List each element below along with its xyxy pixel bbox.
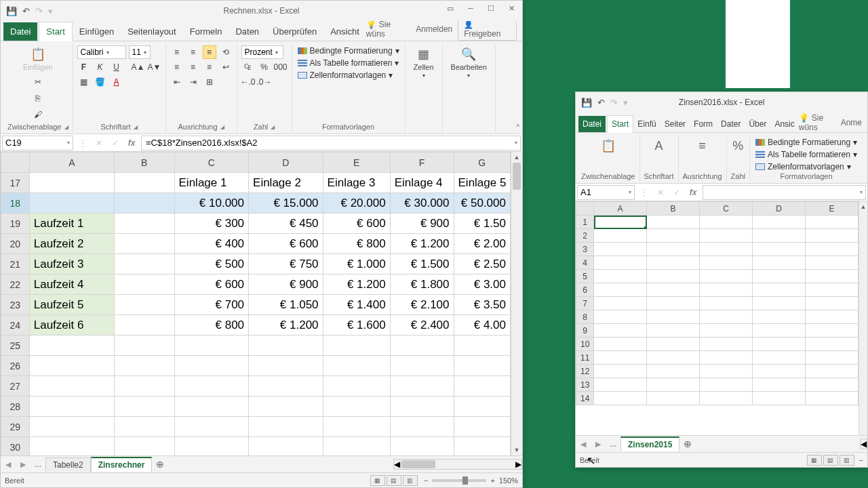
sheet-nav-prev-icon[interactable]: ◀ [576, 440, 591, 449]
col-header[interactable]: C [700, 202, 753, 216]
horizontal-scrollbar[interactable]: ◀ [860, 439, 867, 449]
row-header[interactable]: 22 [1, 274, 30, 295]
qat-more-icon[interactable]: ▾ [48, 6, 53, 16]
orientation-icon[interactable]: ⟲ [219, 45, 233, 59]
tab-file[interactable]: Datei [578, 116, 606, 132]
align-left-icon[interactable]: ≡ [170, 60, 184, 74]
cut-icon[interactable]: ✂ [31, 75, 45, 89]
col-header[interactable]: G [454, 152, 510, 173]
sheet-tab-zinsrechner[interactable]: Zinsrechner [91, 457, 153, 472]
cells-group[interactable]: ▦ Zellen▾ [410, 45, 438, 80]
row-header[interactable]: 18 [1, 193, 30, 214]
row-header[interactable]: 27 [1, 376, 30, 396]
sheet-overflow-icon[interactable]: ... [31, 460, 45, 469]
view-break-icon[interactable]: ▥ [403, 475, 418, 486]
spreadsheet-grid[interactable]: ABCDE1234567891011121314 [576, 201, 859, 405]
align-middle-icon[interactable]: ≡ [186, 45, 200, 59]
ribbon-display-icon[interactable]: ▭ [441, 1, 460, 16]
font-name-combo[interactable]: Calibri [77, 45, 126, 59]
collapse-ribbon-icon[interactable]: ^ [516, 123, 519, 131]
wrap-text-icon[interactable]: ↩ [219, 60, 233, 74]
font-color-icon[interactable]: A [110, 75, 123, 89]
bold-icon[interactable]: F [77, 60, 91, 74]
align-right-icon[interactable]: ≡ [203, 60, 216, 74]
row-header[interactable]: 17 [1, 173, 30, 193]
col-header[interactable]: A [29, 152, 114, 173]
comma-icon[interactable]: 000 [274, 60, 288, 74]
view-normal-icon[interactable]: ▦ [807, 455, 822, 466]
view-break-icon[interactable]: ▥ [840, 455, 854, 466]
number-format-combo[interactable]: Prozent [241, 45, 283, 59]
spreadsheet-grid[interactable]: ABCDEFG17Einlage 1Einlage 2Einlage 3Einl… [1, 152, 511, 455]
cell-styles[interactable]: Zellenformatvorlagen ▾ [754, 161, 859, 172]
row-header[interactable]: 24 [1, 315, 30, 336]
decrease-indent-icon[interactable]: ⇤ [170, 75, 184, 89]
fx-icon[interactable]: fx [123, 138, 140, 148]
row-header[interactable]: 2 [576, 229, 594, 243]
align-group-icon[interactable]: ≡ [698, 137, 706, 155]
save-icon[interactable]: 💾 [6, 6, 17, 16]
conditional-formatting[interactable]: Bedingte Formatierung ▾ [754, 137, 859, 148]
tab-insert[interactable]: Einfügen [73, 22, 121, 41]
row-header[interactable]: 1 [576, 216, 594, 229]
view-page-icon[interactable]: ▤ [823, 455, 838, 466]
align-bottom-icon[interactable]: ≡ [203, 45, 216, 59]
sheet-nav-next-icon[interactable]: ▶ [16, 460, 31, 469]
sheet-tab-tabelle2[interactable]: Tabelle2 [45, 458, 91, 472]
editing-group[interactable]: 🔍 Bearbeiten▾ [447, 45, 491, 80]
row-header[interactable]: 8 [576, 310, 594, 324]
sheet-nav-prev-icon[interactable]: ◀ [1, 460, 16, 469]
formula-input[interactable] [703, 185, 866, 200]
decrease-font-icon[interactable]: A▼ [148, 60, 161, 74]
row-header[interactable]: 30 [1, 437, 30, 456]
tab-view[interactable]: Ansicht [323, 22, 366, 41]
cell-styles[interactable]: Zellenformatvorlagen ▾ [296, 70, 401, 81]
underline-icon[interactable]: U [110, 60, 123, 74]
formula-input[interactable]: =C$18*Zinsen2016.xlsx!$A2 [141, 136, 521, 150]
row-header[interactable]: 5 [576, 270, 594, 283]
row-header[interactable]: 23 [1, 295, 30, 315]
row-header[interactable]: 3 [576, 243, 594, 256]
format-as-table[interactable]: Als Tabelle formatieren ▾ [754, 149, 859, 160]
row-header[interactable]: 10 [576, 338, 594, 351]
col-header[interactable]: E [323, 152, 390, 173]
row-header[interactable]: 20 [1, 234, 30, 254]
add-sheet-icon[interactable]: ⊕ [152, 459, 168, 470]
decrease-decimal-icon[interactable]: .0→ [258, 75, 271, 89]
sheet-nav-next-icon[interactable]: ▶ [591, 440, 606, 449]
row-header[interactable]: 21 [1, 254, 30, 274]
tab-start[interactable]: Start [39, 22, 72, 41]
col-header[interactable]: A [594, 202, 647, 216]
zoom-out-icon[interactable]: − [859, 456, 863, 464]
undo-icon[interactable]: ↶ [22, 6, 30, 16]
accounting-icon[interactable]: ₠ [241, 60, 255, 74]
zoom-in-icon[interactable]: + [490, 476, 494, 485]
sheet-tab-zinsen2015[interactable]: Zinsen2015 [620, 436, 679, 451]
name-box[interactable]: A1 [577, 185, 635, 200]
close-icon[interactable]: ✕ [502, 1, 521, 16]
col-header[interactable]: F [390, 152, 454, 173]
row-header[interactable]: 4 [576, 256, 594, 270]
tab-data[interactable]: Daten [229, 22, 266, 41]
row-header[interactable]: 6 [576, 283, 594, 297]
copy-icon[interactable]: ⎘ [31, 92, 45, 105]
col-header[interactable]: D [249, 152, 323, 173]
percent-icon[interactable]: % [258, 60, 271, 74]
row-header[interactable]: 25 [1, 336, 30, 356]
font-size-combo[interactable]: 11 [129, 45, 151, 59]
tab-file[interactable]: Datei [3, 22, 37, 41]
minimize-icon[interactable]: ─ [461, 1, 480, 16]
add-sheet-icon[interactable]: ⊕ [679, 439, 696, 449]
vertical-scrollbar[interactable]: ▲ ▼ [511, 152, 522, 455]
signin[interactable]: Anme [841, 118, 862, 127]
zoom-out-icon[interactable]: − [424, 476, 428, 485]
fill-color-icon[interactable]: 🪣 [94, 75, 107, 89]
row-header[interactable]: 13 [576, 378, 594, 392]
view-page-icon[interactable]: ▤ [387, 475, 401, 486]
increase-font-icon[interactable]: A▲ [132, 60, 145, 74]
qat-more-icon[interactable]: ▾ [623, 98, 628, 108]
row-header[interactable]: 26 [1, 356, 30, 376]
tab-start[interactable]: Start [607, 115, 633, 133]
col-header[interactable]: E [806, 202, 859, 216]
conditional-formatting[interactable]: Bedingte Formatierung ▾ [296, 45, 401, 56]
